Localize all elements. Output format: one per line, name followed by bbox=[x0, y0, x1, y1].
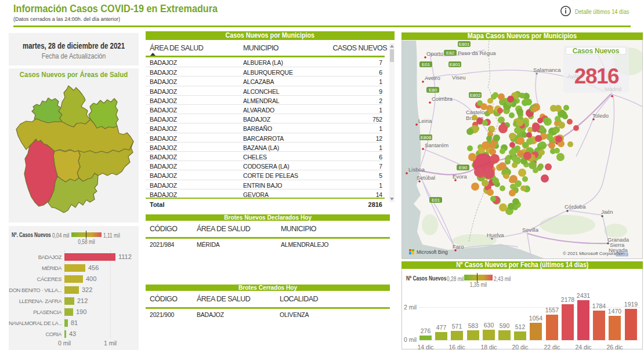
svg-text:Setúbal: Setúbal bbox=[417, 174, 435, 181]
svg-text:Aveiro: Aveiro bbox=[425, 75, 440, 81]
svg-text:E82: E82 bbox=[446, 50, 455, 56]
svg-text:Faro: Faro bbox=[453, 243, 464, 250]
svg-text:Córdoba: Córdoba bbox=[565, 203, 586, 210]
svg-text:E90: E90 bbox=[459, 165, 468, 170]
svg-text:Sevilla: Sevilla bbox=[522, 227, 539, 233]
svg-text:E01: E01 bbox=[432, 198, 440, 203]
svg-text:Lisboa: Lisboa bbox=[408, 166, 425, 173]
svg-text:Peso da Régua: Peso da Régua bbox=[458, 50, 496, 56]
svg-text:E801: E801 bbox=[450, 62, 461, 67]
svg-text:Viseu: Viseu bbox=[452, 74, 466, 81]
svg-text:Terms: Terms bbox=[616, 251, 628, 256]
svg-text:Toledo: Toledo bbox=[592, 112, 609, 119]
svg-text:E01: E01 bbox=[422, 62, 430, 67]
svg-text:Huelva: Huelva bbox=[487, 232, 504, 238]
svg-text:Leiria: Leiria bbox=[418, 118, 432, 124]
svg-text:Salamanca: Salamanca bbox=[533, 67, 561, 73]
svg-text:Evora: Evora bbox=[453, 173, 468, 180]
svg-text:Jaén: Jaén bbox=[601, 209, 613, 215]
svg-text:Santarém: Santarém bbox=[425, 142, 448, 148]
svg-text:Microsoft Bing: Microsoft Bing bbox=[417, 249, 448, 255]
svg-text:E806: E806 bbox=[421, 135, 432, 140]
svg-text:E801: E801 bbox=[459, 42, 470, 47]
svg-text:Oporto: Oporto bbox=[426, 50, 443, 57]
svg-text:Coimbra: Coimbra bbox=[432, 96, 453, 102]
svg-text:E802: E802 bbox=[470, 93, 481, 98]
svg-text:E80: E80 bbox=[429, 88, 437, 93]
